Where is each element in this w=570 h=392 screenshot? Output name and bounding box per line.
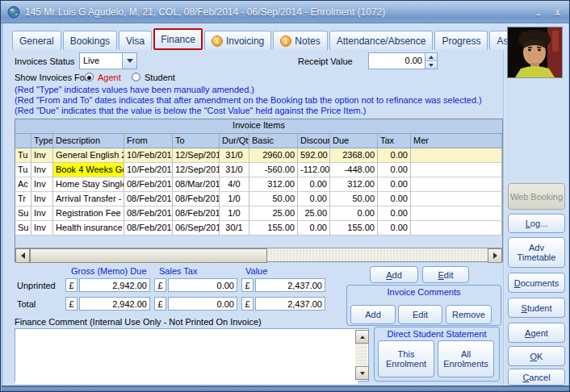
scroll-down-icon[interactable]: [355, 366, 369, 380]
invoice-cell: 08/Feb/2014: [124, 206, 173, 221]
vertical-scrollbar[interactable]: [355, 330, 367, 380]
tab-finance[interactable]: Finance: [153, 28, 203, 50]
add-invoice-item-button[interactable]: Add: [370, 266, 418, 283]
invoice-table-header: TypeDescriptionFromToDur/QtyBasicDiscoun…: [15, 134, 502, 148]
invoice-cell: 31/0: [220, 148, 249, 163]
invoice-cell: 155.00: [330, 221, 378, 236]
currency-icon: £: [154, 297, 166, 311]
adv-timetable-button[interactable]: Adv Timetable: [508, 237, 565, 268]
invoice-items-table: Invoice Items TypeDescriptionFromToDur/Q…: [15, 119, 503, 262]
invoice-row[interactable]: TrInvArrival Transfer - He08/Feb/201408/…: [15, 192, 502, 206]
unprinted-sales-tax-value: 0.00: [168, 278, 237, 292]
invoices-status-select[interactable]: Live: [79, 52, 137, 69]
scroll-left-icon[interactable]: [15, 248, 30, 263]
column-header[interactable]: Dur/Qty: [220, 134, 249, 148]
agent-radio[interactable]: [85, 73, 94, 81]
enrolment-window: 145 Mr Luis G Agudelo, M, 21, COL, 08/Fe…: [0, 0, 570, 392]
column-header[interactable]: Mer: [411, 134, 502, 148]
all-enrolments-button[interactable]: All Enrolments: [438, 340, 494, 377]
close-button[interactable]: x: [550, 6, 564, 19]
finance-comment-input[interactable]: [15, 329, 358, 384]
ok-button[interactable]: OK: [508, 346, 565, 366]
tab-visa[interactable]: Visa: [119, 31, 152, 50]
invoice-cell: 0.00: [378, 148, 411, 163]
tab-label: Bookings: [70, 35, 110, 47]
invoices-status-value: Live: [80, 53, 122, 69]
student-radio-label[interactable]: Student: [145, 73, 175, 82]
tab-notes[interactable]: iNotes: [273, 31, 327, 50]
invoice-cell: 0.00: [378, 163, 411, 177]
scrollbar-thumb[interactable]: [30, 248, 267, 263]
invoice-row[interactable]: SuInvRegistration Fee08/Feb/201408/Feb/2…: [15, 206, 502, 221]
invoice-cell: Home Stay Single -: [53, 177, 124, 192]
stepper-up-icon[interactable]: [425, 53, 437, 61]
tab-invoicing[interactable]: iInvoicing: [204, 31, 271, 50]
invoice-row[interactable]: SuInvHealth insurance08/Feb/201406/Sep/2…: [15, 221, 502, 236]
stepper-down-icon[interactable]: [425, 61, 437, 69]
invoice-cell: 08/Mar/2014: [173, 177, 220, 192]
tab-bar: GeneralBookingsVisaFinanceiInvoicingiNot…: [12, 31, 562, 50]
student-radio[interactable]: [132, 73, 140, 81]
unprinted-value: 2,437.00: [255, 278, 325, 292]
unprinted-gross-value: 2,942.00: [79, 278, 150, 292]
scroll-right-icon[interactable]: [488, 248, 502, 263]
agent-button[interactable]: Agent: [508, 323, 565, 343]
documents-button[interactable]: Documents: [508, 273, 565, 293]
tab-progress[interactable]: Progress: [434, 31, 488, 50]
invoice-cell: 31/0: [220, 163, 249, 177]
receipt-value-input[interactable]: 0.00: [368, 52, 438, 69]
web-booking-button: Web Booking: [508, 183, 565, 210]
scrollbar-track[interactable]: [30, 248, 488, 261]
currency-icon: £: [154, 278, 166, 292]
invoice-cell: Su: [15, 221, 31, 236]
finance-comment-label: Finance Comment (Internal Use Only - Not…: [15, 317, 262, 327]
chevron-down-icon[interactable]: [122, 53, 136, 69]
column-header[interactable]: Type: [31, 134, 53, 148]
tab-general[interactable]: General: [12, 31, 61, 50]
column-header[interactable]: Discount: [298, 134, 330, 148]
invoice-cell: 10/Feb/2014: [124, 148, 173, 163]
column-header[interactable]: To: [173, 134, 220, 148]
invoice-row[interactable]: TuInvGeneral English 20 L10/Feb/201412/S…: [15, 148, 502, 163]
invoice-cell: 25.00: [249, 206, 298, 221]
currency-icon: £: [65, 297, 78, 311]
invoice-comments-title: Invoice Comments: [347, 287, 501, 297]
horizontal-scrollbar[interactable]: [15, 248, 502, 261]
invoice-cell: Tu: [15, 148, 31, 163]
invoice-row[interactable]: AcInvHome Stay Single -08/Feb/201408/Mar…: [15, 177, 502, 192]
tab-attendance-absence[interactable]: Attendance/Absence: [329, 31, 434, 50]
invoice-cell: 50.00: [330, 192, 378, 206]
edit-comment-button[interactable]: Edit: [398, 305, 442, 324]
column-header[interactable]: Basic: [249, 134, 298, 148]
sales-tax-header: Sales Tax: [159, 266, 198, 276]
scroll-up-icon[interactable]: [355, 330, 369, 344]
cancel-button[interactable]: Cancel: [508, 369, 565, 386]
add-comment-button[interactable]: Add: [350, 305, 396, 324]
invoice-cell: 0.00: [298, 177, 330, 192]
legend-line-type: (Red "Type" indicates values have been m…: [15, 85, 254, 94]
student-photo: [507, 27, 563, 78]
edit-invoice-item-button[interactable]: Edit: [422, 266, 469, 283]
column-header[interactable]: [15, 134, 31, 148]
agent-radio-label[interactable]: Agent: [98, 73, 121, 82]
column-header[interactable]: From: [124, 134, 173, 148]
column-header[interactable]: Description: [53, 134, 124, 148]
remove-comment-button[interactable]: Remove: [446, 305, 492, 324]
column-header[interactable]: Tax: [378, 134, 411, 148]
currency-icon: £: [241, 297, 254, 311]
invoice-cell: 12/Sep/2014: [173, 163, 220, 177]
invoice-cell: 50.00: [249, 192, 298, 206]
minimize-button[interactable]: –: [530, 8, 545, 21]
this-enrolment-button[interactable]: This Enrolment: [378, 340, 434, 377]
window-bottom-edge: [2, 386, 570, 392]
tab-bookings[interactable]: Bookings: [63, 31, 117, 50]
column-header[interactable]: Due: [330, 134, 378, 148]
invoice-cell: 592.00: [298, 148, 330, 163]
log-button[interactable]: Log...: [508, 214, 565, 233]
invoice-row[interactable]: TuInvBook 4 Weeks Get10/Feb/201412/Sep/2…: [15, 163, 502, 177]
student-button[interactable]: Student: [508, 298, 565, 318]
invoice-cell: [411, 163, 502, 177]
scrollbar-track[interactable]: [355, 344, 367, 366]
invoice-cell: Arrival Transfer - He: [53, 192, 124, 206]
invoice-cell: Inv: [31, 192, 53, 206]
